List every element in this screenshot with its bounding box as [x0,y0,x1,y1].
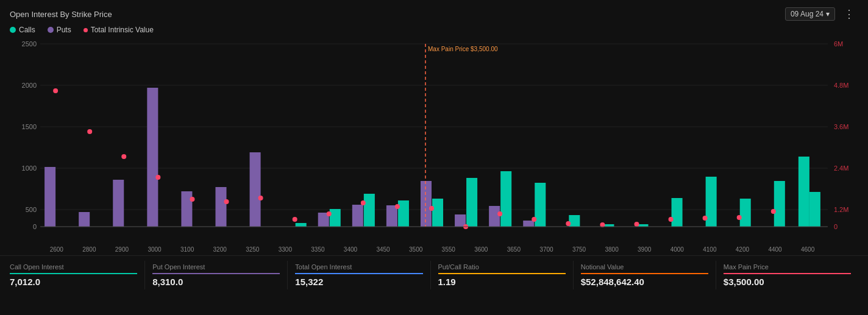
svg-rect-25 [113,180,124,227]
svg-rect-63 [523,221,534,227]
svg-point-51 [395,204,400,209]
svg-rect-34 [215,187,226,227]
svg-point-74 [634,222,639,227]
intrinsic-color-icon [84,28,88,32]
x-label: 3100 [171,246,204,253]
svg-text:2.4M: 2.4M [834,165,848,172]
chart-header: Open Interest By Strike Price 09 Aug 24 … [0,0,868,26]
svg-rect-44 [330,209,341,227]
stat-value: 7,012.0 [10,277,137,287]
x-label: 2600 [40,246,73,253]
chart-area: 2500 2000 1500 1000 500 0 6M 4.8M 3.6M 2… [10,38,858,245]
legend-intrinsic: Total Intrinsic Value [84,26,154,34]
x-label: 3500 [399,246,432,253]
x-label: 3900 [628,246,661,253]
svg-rect-52 [421,181,432,227]
svg-point-42 [293,217,297,222]
svg-rect-67 [569,215,580,227]
x-label: 4400 [759,246,792,253]
legend-calls: Calls [10,26,35,34]
x-label: 3000 [138,246,171,253]
svg-point-30 [155,175,160,180]
stat-label: Notional Value [581,263,708,271]
svg-text:2500: 2500 [22,40,37,48]
puts-color-icon [48,27,54,33]
svg-rect-85 [774,181,785,227]
stat-value: $3,500.00 [724,277,851,287]
stat-label: Call Open Interest [10,263,137,271]
svg-text:1500: 1500 [22,123,37,130]
svg-text:1000: 1000 [22,165,37,172]
chart-svg: 2500 2000 1500 1000 500 0 6M 4.8M 3.6M 2… [10,38,858,245]
svg-point-21 [53,88,58,93]
x-label: 3350 [302,246,335,253]
x-label: 3800 [596,246,628,253]
stat-value: 1.19 [438,277,566,287]
svg-point-33 [190,197,194,202]
stat-label: Total Open Interest [295,263,422,271]
svg-rect-50 [398,200,409,227]
svg-text:Max Pain Price $3,500.00: Max Pain Price $3,500.00 [428,46,498,52]
svg-point-80 [703,216,708,221]
x-label: 3450 [367,246,400,253]
stat-call-open-interest: Call Open Interest 7,012.0 [10,261,145,289]
stat-total-open-interest: Total Open Interest 15,322 [288,261,430,289]
x-label: 3400 [334,246,367,253]
svg-rect-47 [364,194,375,227]
svg-text:0: 0 [33,223,37,230]
stat-bar-red [724,273,851,274]
svg-point-36 [224,199,229,204]
x-label: 3750 [563,246,596,253]
svg-point-39 [258,196,263,200]
svg-rect-76 [672,198,683,227]
stat-max-pain-price: Max Pain Price $3,500.00 [716,261,858,289]
svg-rect-19 [44,167,55,227]
stat-put-call-ratio: Put/Call Ratio 1.19 [431,261,574,289]
svg-text:2000: 2000 [22,82,37,89]
x-label: 3550 [432,246,465,253]
svg-rect-58 [466,178,477,227]
svg-point-45 [327,211,332,216]
svg-rect-49 [386,205,397,227]
x-label: 3200 [204,246,237,253]
svg-rect-60 [489,206,500,227]
svg-rect-79 [706,177,717,227]
menu-icon[interactable]: ⋮ [840,6,858,22]
stat-label: Put/Call Ratio [438,263,566,271]
svg-text:6M: 6M [834,40,843,48]
stat-bar-purple [152,273,280,274]
x-label: 2800 [73,246,106,253]
svg-point-83 [737,215,742,220]
date-selector[interactable]: 09 Aug 24 ▾ [785,7,835,21]
svg-text:3.6M: 3.6M [834,123,848,130]
x-label: 4100 [694,246,727,253]
svg-rect-92 [809,192,820,227]
svg-point-62 [497,211,502,216]
svg-rect-37 [250,152,261,227]
svg-rect-28 [147,88,158,227]
x-label: 3700 [530,246,563,253]
svg-rect-31 [181,191,192,227]
stat-bar-blue [295,273,422,274]
svg-point-86 [771,209,776,214]
calls-color-icon [10,27,16,33]
svg-point-68 [566,221,571,226]
svg-text:1.2M: 1.2M [834,206,848,213]
svg-rect-82 [740,199,751,227]
stat-label: Put Open Interest [152,263,280,271]
svg-rect-22 [79,212,90,227]
x-label: 2900 [105,246,138,253]
stat-label: Max Pain Price [724,263,851,271]
stat-bar-yellow [438,273,566,274]
stat-value: $52,848,642.40 [581,277,708,287]
x-label: 4600 [791,246,824,253]
stat-value: 8,310.0 [152,277,280,287]
svg-point-77 [669,217,674,222]
svg-point-56 [429,206,434,211]
x-label: 3600 [465,246,498,253]
svg-rect-57 [455,214,466,227]
main-container: Open Interest By Strike Price 09 Aug 24 … [0,0,868,315]
header-controls: 09 Aug 24 ▾ ⋮ [785,6,858,22]
svg-text:4.8M: 4.8M [834,82,848,89]
svg-rect-61 [500,171,511,227]
